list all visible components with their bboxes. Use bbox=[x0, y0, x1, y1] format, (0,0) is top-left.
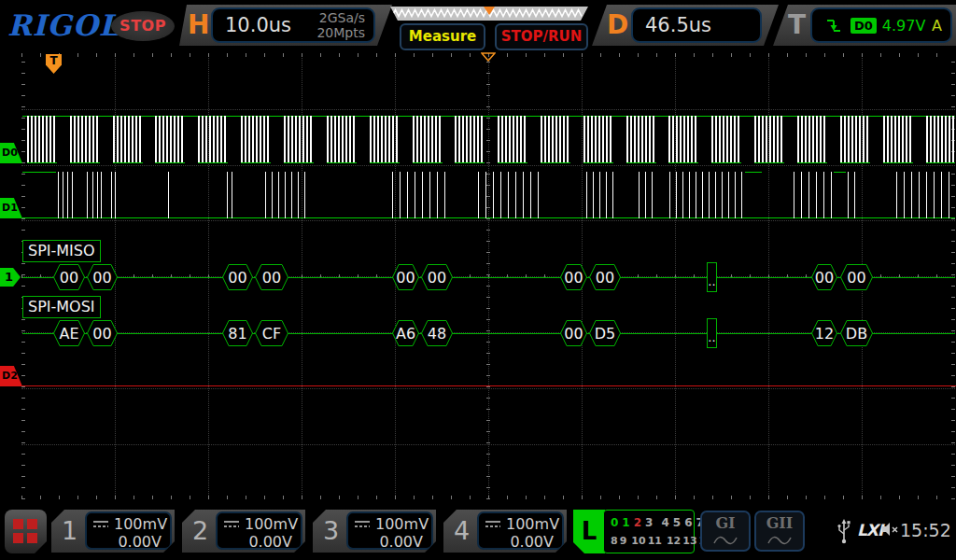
sine-icon bbox=[713, 535, 738, 546]
gen2-button[interactable]: GII bbox=[754, 511, 805, 552]
d1-pulse bbox=[639, 172, 640, 218]
d0-waveform-low-segment bbox=[413, 162, 443, 163]
gen1-button[interactable]: GI bbox=[700, 511, 751, 552]
menu-icon bbox=[13, 519, 38, 544]
miso-byte-frame: 00 bbox=[840, 264, 873, 290]
center-screen-marker-icon bbox=[481, 52, 496, 62]
d1-pulse bbox=[831, 172, 832, 218]
delay-label: D bbox=[607, 9, 628, 40]
d0-waveform-low-segment bbox=[883, 162, 913, 163]
svg-text:00: 00 bbox=[847, 269, 865, 287]
d1-pulse bbox=[101, 172, 102, 218]
d0-clock-burst bbox=[455, 116, 485, 163]
trigger-block[interactable]: T D0 4.97V A bbox=[773, 5, 956, 46]
d0-clock-burst bbox=[840, 116, 870, 163]
d0-waveform-low-segment bbox=[797, 162, 827, 163]
d1-pulse bbox=[97, 172, 98, 218]
d1-pulse bbox=[67, 172, 68, 218]
menu-button[interactable] bbox=[5, 510, 47, 553]
d1-pulse bbox=[606, 172, 607, 218]
d0-waveform-low-segment bbox=[241, 162, 271, 163]
channel-4-block[interactable]: 4 100mV 0.00V bbox=[443, 510, 567, 553]
channel-2-block[interactable]: 2 100mV 0.00V bbox=[182, 510, 305, 553]
d1-pulse bbox=[168, 172, 169, 218]
mosi-gap-frame: .. bbox=[707, 318, 717, 348]
d1-pulse bbox=[298, 172, 299, 218]
miso-byte-frame: 00 bbox=[421, 264, 453, 290]
clock: 15:52 bbox=[900, 520, 951, 540]
d1-pulse bbox=[304, 172, 305, 218]
d1-pulse bbox=[696, 172, 696, 218]
d0-waveform-low-segment bbox=[198, 162, 228, 163]
memory-depth: 20Mpts bbox=[316, 25, 365, 40]
d1-pulse bbox=[682, 172, 683, 218]
d1-waveform-high-segment bbox=[22, 172, 56, 173]
d0-waveform-low-segment bbox=[626, 162, 656, 163]
svg-text:12: 12 bbox=[815, 325, 834, 343]
d1-pulse bbox=[715, 172, 716, 218]
stop-run-button[interactable]: STOP/RUN bbox=[495, 23, 588, 50]
d0-clock-burst bbox=[327, 116, 357, 163]
delay-block[interactable]: D 46.5us bbox=[592, 5, 779, 46]
svg-text:00: 00 bbox=[228, 269, 246, 287]
svg-text:..: .. bbox=[708, 330, 715, 344]
d0-clock-burst bbox=[626, 116, 656, 163]
mosi-byte-frame: CF bbox=[255, 320, 288, 346]
channel-tag-d0[interactable]: D0 bbox=[0, 143, 22, 163]
bottom-status-bar: 1 100mV 0.00V 2 100mV 0.00V 3 bbox=[0, 507, 956, 560]
d1-pulse bbox=[437, 172, 438, 218]
d1-pulse bbox=[934, 172, 935, 218]
d1-pulse bbox=[652, 172, 653, 218]
channel-1-block[interactable]: 1 100mV 0.00V bbox=[51, 510, 175, 553]
decode-bus-marker[interactable]: 1 bbox=[0, 268, 21, 287]
d0-clock-burst bbox=[926, 116, 955, 163]
trigger-position-indicator-icon bbox=[484, 7, 495, 15]
logic-channels-panel[interactable]: 01234567 89101112131415 bbox=[603, 510, 695, 553]
svg-text:DB: DB bbox=[846, 325, 867, 343]
d1-pulse bbox=[493, 172, 494, 218]
d0-waveform-low-segment bbox=[155, 162, 185, 163]
d1-pulse bbox=[926, 172, 927, 218]
d1-pulse bbox=[444, 172, 445, 218]
channel-tag-d2[interactable]: D2 bbox=[0, 366, 22, 386]
d0-clock-burst bbox=[754, 116, 784, 163]
channel-3-block[interactable]: 3 100mV 0.00V bbox=[313, 510, 436, 553]
oscilloscope-screen: RIGOL STOP H 10.0us 2GSa/s 20Mpts Measur… bbox=[0, 0, 956, 560]
channel-offset: 0.00V bbox=[479, 533, 562, 551]
logic-analyzer-button[interactable]: L bbox=[573, 510, 605, 553]
d1-pulse bbox=[478, 172, 479, 218]
d1-pulse bbox=[508, 172, 509, 218]
channel-tag-d1[interactable]: D1 bbox=[0, 198, 22, 218]
d1-pulse bbox=[722, 172, 723, 218]
timebase-value: 10.0us bbox=[225, 14, 291, 36]
d1-pulse bbox=[801, 172, 802, 218]
d0-clock-burst bbox=[70, 116, 100, 163]
trigger-position-marker[interactable]: T bbox=[46, 54, 62, 74]
measure-button[interactable]: Measure bbox=[400, 23, 485, 50]
channel-scale: 100mV bbox=[245, 515, 298, 533]
d0-clock-burst bbox=[241, 116, 271, 163]
d0-clock-burst bbox=[155, 116, 185, 163]
d1-pulse bbox=[485, 172, 486, 218]
trigger-label: T bbox=[788, 9, 806, 40]
d1-pulse bbox=[949, 172, 949, 218]
channel-number: 2 bbox=[192, 516, 208, 545]
svg-text:00: 00 bbox=[262, 269, 281, 287]
d1-pulse bbox=[612, 172, 613, 218]
d1-pulse bbox=[538, 172, 539, 218]
horizontal-position-bar[interactable] bbox=[390, 7, 588, 21]
d0-waveform-low-segment bbox=[113, 162, 143, 163]
d1-pulse bbox=[232, 172, 232, 218]
svg-text:A6: A6 bbox=[396, 325, 415, 343]
svg-text:00: 00 bbox=[92, 325, 111, 343]
horizontal-settings-block[interactable]: H 10.0us 2GSa/s 20Mpts bbox=[179, 5, 392, 46]
channel-offset: 0.00V bbox=[348, 533, 431, 551]
d1-pulse bbox=[735, 172, 736, 218]
svg-text:00: 00 bbox=[396, 269, 415, 287]
d1-pulse bbox=[599, 172, 600, 218]
d1-pulse bbox=[593, 172, 594, 218]
d1-pulse bbox=[848, 172, 849, 218]
miso-byte-frame: 00 bbox=[589, 264, 621, 290]
d1-pulse bbox=[741, 172, 742, 218]
d1-pulse bbox=[63, 172, 63, 218]
